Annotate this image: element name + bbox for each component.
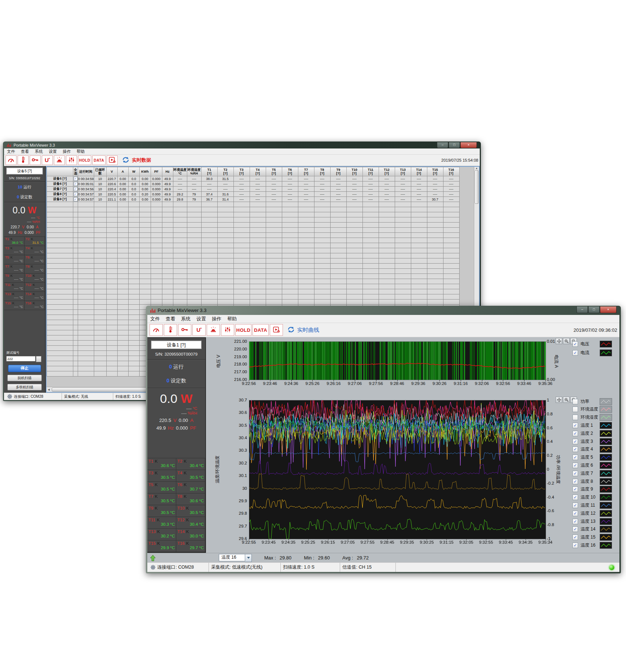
device-selector-button[interactable]: 设备1 [?] [151, 341, 202, 349]
refresh-icon[interactable] [122, 156, 130, 164]
maximize-button[interactable]: □ [588, 306, 600, 313]
speedometer-button[interactable] [150, 324, 163, 336]
dropdown-arrow-icon[interactable] [245, 554, 252, 562]
minimize-button[interactable]: – [577, 306, 588, 313]
legend-checkbox[interactable]: ✓ [572, 455, 578, 460]
legend-checkbox[interactable]: ✓ [572, 486, 578, 492]
legend-checkbox[interactable]: ✓ [572, 503, 578, 508]
voltage-current-plot[interactable] [249, 341, 546, 380]
menu-item-1[interactable]: 查看 [163, 315, 178, 323]
legend-checkbox[interactable]: ✓ [572, 535, 578, 540]
column-header-25[interactable]: T15[?] [427, 167, 443, 176]
multi-scan-button[interactable]: 多联机扫描 [7, 384, 42, 390]
titlebar[interactable]: Portable MixViewer 3.3 – □ × [4, 142, 480, 148]
table-row[interactable]: 设备5 [?]✓0 00:34:5910220.70.000.00.000.00… [47, 176, 460, 181]
legend-checkbox[interactable]: ✓ [572, 431, 578, 436]
scroll-left-icon[interactable]: ◀ [47, 388, 51, 391]
alarm-button[interactable] [54, 155, 65, 165]
row-checkbox[interactable]: ✓ [74, 182, 78, 186]
column-header-15[interactable]: T5[?] [266, 167, 282, 176]
export-button[interactable]: e [107, 155, 118, 165]
column-header-12[interactable]: T2[?] [217, 167, 233, 176]
legend-checkbox[interactable] [572, 399, 578, 404]
key-button[interactable] [178, 324, 191, 336]
zoom-in-icon[interactable] [563, 397, 570, 403]
device-name-cell[interactable]: 设备6 [?] [47, 181, 73, 187]
export-button[interactable]: e [270, 324, 283, 336]
column-header-19[interactable]: T9[?] [330, 167, 346, 176]
device-name-cell[interactable]: 设备8 [?] [47, 192, 73, 197]
column-header-8[interactable]: Hz [162, 167, 173, 176]
device-name-cell[interactable]: 设备9 [?] [47, 197, 73, 202]
legend-checkbox[interactable]: ✓ [572, 423, 578, 428]
column-header-0[interactable]: 全选 [73, 167, 78, 176]
column-header-23[interactable]: T13[?] [395, 167, 411, 176]
zoom-in-icon[interactable] [563, 338, 570, 344]
channel-select-value[interactable]: 温度 16 [219, 554, 245, 561]
row-checkbox[interactable]: ✓ [74, 197, 78, 201]
column-header-26[interactable]: T16[?] [443, 167, 459, 176]
sliders-button[interactable] [66, 155, 77, 165]
maximize-button[interactable]: □ [449, 142, 460, 148]
legend-checkbox[interactable]: ✓ [572, 519, 578, 524]
stop-button[interactable]: 停止 [8, 365, 41, 372]
menu-item-0[interactable]: 文件 [147, 315, 163, 323]
legend-checkbox[interactable]: ✓ [572, 479, 578, 484]
speedometer-button[interactable] [5, 155, 16, 165]
legend-checkbox[interactable] [572, 407, 578, 412]
data-button[interactable]: DATA [253, 324, 269, 336]
device-name-cell[interactable]: 设备5 [?] [47, 176, 73, 181]
table-row[interactable]: 设备6 [?]✓0 00:35:0110220.60.000.00.000.00… [47, 181, 460, 187]
legend-checkbox[interactable]: ✓ [572, 341, 578, 347]
test-id-spinner[interactable] [36, 356, 41, 362]
hold-button[interactable]: HOLD [78, 155, 91, 165]
hold-button[interactable]: HOLD [235, 324, 251, 336]
select-cell[interactable]: ✓ [73, 181, 78, 187]
column-header-3[interactable]: V [106, 167, 117, 176]
scroll-up-icon[interactable]: ▲ [475, 167, 479, 169]
select-cell[interactable]: ✓ [73, 176, 78, 181]
column-header-10[interactable]: 环境湿度%RH [187, 167, 201, 176]
test-id-input[interactable] [6, 356, 36, 361]
menu-item-4[interactable]: 操作 [209, 315, 224, 323]
magnet-button[interactable]: U+ [42, 155, 53, 165]
column-header-9[interactable]: 环境温度°C [173, 167, 187, 176]
offline-scan-button[interactable]: 脱机扫描 [7, 375, 42, 381]
legend-checkbox[interactable]: ✓ [572, 439, 578, 444]
legend-checkbox[interactable]: ✓ [572, 511, 578, 516]
row-checkbox[interactable]: ✓ [74, 192, 78, 196]
menu-item-3[interactable]: 设置 [46, 148, 60, 155]
thermometer-button[interactable] [164, 324, 177, 336]
data-button[interactable]: DATA [92, 155, 106, 165]
menu-item-1[interactable]: 查看 [18, 148, 32, 155]
thermometer-button[interactable] [18, 155, 29, 165]
menu-item-2[interactable]: 系统 [32, 148, 46, 155]
column-header-11[interactable]: T1[?] [201, 167, 217, 176]
column-header-18[interactable]: T8[?] [314, 167, 330, 176]
legend-checkbox[interactable]: ✓ [572, 350, 578, 356]
channel-select[interactable]: 温度 16 [219, 554, 252, 562]
legend-checkbox[interactable]: ✓ [572, 526, 578, 532]
column-header-17[interactable]: T7[?] [298, 167, 314, 176]
titlebar[interactable]: Portable MixViewer 3.3 – □ × [147, 306, 619, 315]
column-header-7[interactable]: PF [151, 167, 162, 176]
column-header-4[interactable]: A [117, 167, 128, 176]
legend-checkbox[interactable]: ✓ [572, 463, 578, 468]
select-cell[interactable]: ✓ [73, 187, 78, 192]
legend-checkbox[interactable]: ✓ [572, 495, 578, 500]
column-header-24[interactable]: T14[?] [411, 167, 427, 176]
row-checkbox[interactable]: ✓ [74, 187, 78, 191]
column-header-14[interactable]: T4[?] [250, 167, 266, 176]
column-header-22[interactable]: T12[?] [379, 167, 395, 176]
key-button[interactable] [30, 155, 41, 165]
minimize-button[interactable]: – [437, 142, 448, 148]
legend-checkbox[interactable] [572, 415, 578, 420]
magnet-button[interactable]: U+ [192, 324, 206, 336]
column-header-1[interactable]: 运行时间 [78, 167, 94, 176]
select-cell[interactable]: ✓ [73, 192, 78, 197]
sliders-button[interactable] [221, 324, 234, 336]
table-row[interactable]: 设备9 [?]✓0 00:34:5710221.10.000.00.000.00… [47, 197, 460, 202]
column-header-13[interactable]: T3[?] [233, 167, 250, 176]
table-row[interactable]: 设备8 [?]✓0 00:34:5710220.50.000.00.200.00… [47, 192, 460, 197]
menu-item-0[interactable]: 文件 [4, 148, 18, 155]
